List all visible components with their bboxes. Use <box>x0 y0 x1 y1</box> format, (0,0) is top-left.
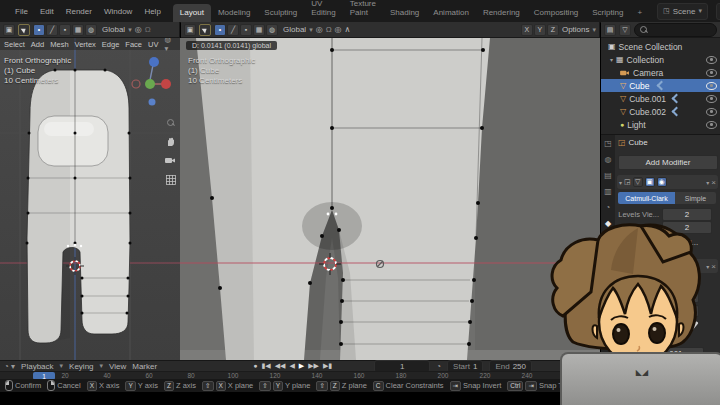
outliner-row-cube-002[interactable]: ▽ Cube.002 <box>601 105 720 118</box>
menu-face[interactable]: Face <box>125 40 142 49</box>
menu-select[interactable]: Select <box>4 40 25 49</box>
scene-selector[interactable]: ◳ Scene ▾ <box>657 3 708 20</box>
outliner-display-dropdown[interactable]: ▤ <box>604 24 616 36</box>
hide-eye-icon[interactable] <box>706 95 717 103</box>
hide-eye-icon[interactable] <box>706 121 717 129</box>
mirror-z-toggle[interactable]: Z <box>547 24 559 36</box>
mirror-y-toggle[interactable]: Y <box>534 24 546 36</box>
outliner-row-light[interactable]: ● Light <box>601 118 720 131</box>
tab-scripting[interactable]: Scripting <box>585 4 630 22</box>
play-button[interactable]: ▶ <box>299 362 304 370</box>
menu-vertex[interactable]: Vertex <box>75 40 96 49</box>
menu-mesh[interactable]: Mesh <box>50 40 68 49</box>
menu-keying[interactable]: Keying <box>69 362 93 371</box>
hide-eye-icon[interactable] <box>706 82 717 90</box>
editor-type-dropdown[interactable]: ▣ <box>184 24 196 36</box>
tool-tab-icon[interactable]: ◳ <box>604 139 612 148</box>
editor-type-clock-icon[interactable]: ◔ ▾ <box>4 362 15 371</box>
add-modifier-button[interactable]: Add Modifier <box>618 155 718 170</box>
expand-icon[interactable]: ▾ <box>619 179 622 186</box>
levels-viewport-field[interactable]: 2 <box>662 208 712 221</box>
shading-sphere-icon[interactable]: ◍ ▾ <box>164 38 176 53</box>
tab-sculpting[interactable]: Sculpting <box>257 4 304 22</box>
outliner-filter-dropdown[interactable]: ▽ <box>619 24 631 36</box>
options-dropdown[interactable]: Options <box>562 25 590 34</box>
output-tab-icon[interactable]: ▤ <box>604 171 612 180</box>
shading-toggle-button[interactable]: ◍ <box>266 24 278 36</box>
editor-type-dropdown[interactable]: ▣ <box>3 24 15 36</box>
outliner-row-cube[interactable]: ▽ Cube <box>601 79 720 92</box>
view-layer-selector[interactable]: ▥ View Layer <box>716 3 720 20</box>
menu-add[interactable]: Add <box>31 40 44 49</box>
hide-eye-icon[interactable] <box>706 69 717 77</box>
menu-playback[interactable]: Playback <box>21 362 53 371</box>
main-3d-viewport[interactable]: D: 0.0141 (0.0141) global Front Orthogra… <box>180 38 600 360</box>
xray-toggle-button[interactable]: ▦ <box>253 24 265 36</box>
falloff-dropdown[interactable]: ∧ <box>345 25 351 34</box>
menu-render[interactable]: Render <box>60 7 98 16</box>
pan-hand-icon[interactable] <box>164 135 177 148</box>
menu-uv[interactable]: UV <box>148 40 158 49</box>
face-select-button[interactable]: ▪ <box>240 24 252 36</box>
tab-modeling[interactable]: Modeling <box>211 4 257 22</box>
tab-rendering[interactable]: Rendering <box>476 4 527 22</box>
orientation-dropdown[interactable]: Global <box>102 25 125 34</box>
mirror-x-toggle[interactable]: X <box>521 24 533 36</box>
view-layer-tab-icon[interactable]: ▥ <box>604 187 612 196</box>
subsurf-modifier-header[interactable]: ▾ ◲ ▽ ▣ ◉ ▾ × <box>617 175 718 189</box>
jump-start-button[interactable]: ▮◀ <box>261 362 270 370</box>
outliner-row-camera[interactable]: Camera <box>601 66 720 79</box>
record-button[interactable]: ● <box>253 362 257 370</box>
menu-file[interactable]: File <box>9 7 34 16</box>
tab-shading[interactable]: Shading <box>383 4 426 22</box>
tab-compositing[interactable]: Compositing <box>527 4 585 22</box>
tab-texture-paint[interactable]: Texture Paint <box>343 0 383 22</box>
scene-tab-icon[interactable]: ◔ <box>606 203 611 212</box>
jump-end-button[interactable]: ▶▮ <box>323 362 332 370</box>
modifier-extras-dropdown[interactable]: ▾ <box>706 179 709 186</box>
orientation-dropdown[interactable]: Global <box>283 25 306 34</box>
camera-view-icon[interactable] <box>164 154 177 167</box>
menu-edge[interactable]: Edge <box>102 40 120 49</box>
hide-eye-icon[interactable] <box>706 56 717 64</box>
menu-edit[interactable]: Edit <box>34 7 60 16</box>
edit-mode-display-toggle[interactable]: ▽ <box>633 177 643 187</box>
shading-toggle-button[interactable]: ◍ <box>85 24 97 36</box>
close-icon[interactable]: × <box>711 178 716 187</box>
tab-layout[interactable]: Layout <box>173 4 211 22</box>
outliner-row-scene-collection[interactable]: ▣ Scene Collection <box>601 40 720 53</box>
left-3d-viewport[interactable]: Select Add Mesh Vertex Edge Face UV ◍ ▾ … <box>0 38 181 360</box>
menu-view[interactable]: View <box>109 362 126 371</box>
edge-select-button[interactable]: ╱ <box>46 24 58 36</box>
select-tool-button[interactable] <box>18 24 30 36</box>
select-tool-button[interactable] <box>199 24 211 36</box>
edge-select-button[interactable]: ╱ <box>227 24 239 36</box>
prev-keyframe-button[interactable]: ◀◀ <box>275 362 286 370</box>
tab-uv-editing[interactable]: UV Editing <box>304 0 342 22</box>
perspective-grid-icon[interactable] <box>164 173 177 186</box>
simple-button[interactable]: Simple <box>675 192 716 204</box>
play-reverse-button[interactable]: ◀ <box>289 362 294 370</box>
outliner-row-collection[interactable]: ▾ ▦ Collection <box>601 53 720 66</box>
zoom-icon[interactable] <box>164 116 177 129</box>
hide-eye-icon[interactable] <box>706 108 717 116</box>
snap-magnet-icon[interactable]: Ω <box>326 25 332 34</box>
realtime-display-toggle[interactable]: ▣ <box>645 177 655 187</box>
render-tab-icon[interactable]: ◍ <box>605 155 612 164</box>
outliner-search-input[interactable] <box>634 23 717 37</box>
xray-toggle-button[interactable]: ▦ <box>72 24 84 36</box>
proportional-edit-icon[interactable]: ◎ <box>335 25 342 34</box>
snap-target-dropdown[interactable]: ◎ <box>316 25 323 34</box>
face-select-button[interactable]: ▪ <box>59 24 71 36</box>
menu-window[interactable]: Window <box>98 7 138 16</box>
next-keyframe-button[interactable]: ▶▶ <box>308 362 319 370</box>
vertex-select-button[interactable]: • <box>33 24 45 36</box>
tab-animation[interactable]: Animation <box>426 4 476 22</box>
vertex-select-button[interactable]: • <box>214 24 226 36</box>
pivot-dropdown[interactable]: ◎ <box>135 25 142 34</box>
snap-magnet-icon[interactable]: Ω <box>145 25 151 34</box>
catmull-clark-button[interactable]: Catmull-Clark <box>618 192 675 204</box>
menu-help[interactable]: Help <box>138 7 166 16</box>
outliner-row-cube-001[interactable]: ▽ Cube.001 <box>601 92 720 105</box>
menu-marker[interactable]: Marker <box>132 362 157 371</box>
